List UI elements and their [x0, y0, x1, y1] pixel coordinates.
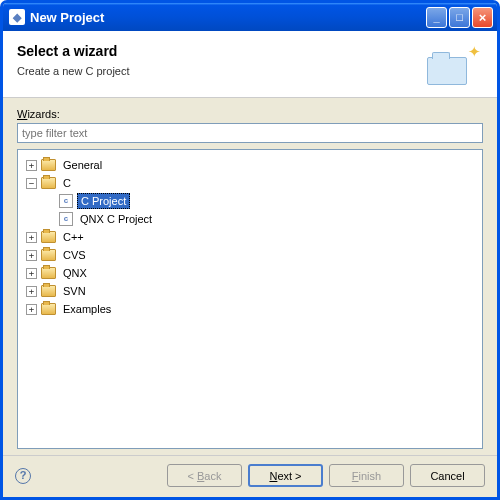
folder-icon: [41, 285, 56, 297]
folder-icon: [41, 177, 56, 189]
help-icon[interactable]: ?: [15, 468, 31, 484]
tree-node-cvs[interactable]: +CVS: [22, 246, 478, 264]
wizards-label: Wizards:: [17, 108, 483, 120]
expand-icon[interactable]: +: [26, 286, 37, 297]
next-button[interactable]: Next >: [248, 464, 323, 487]
wizard-tree[interactable]: +General −C ·cC Project ·cQNX C Project …: [17, 149, 483, 449]
wizard-banner-icon: ✦: [421, 43, 483, 89]
tree-node-qnx[interactable]: +QNX: [22, 264, 478, 282]
folder-icon: [41, 159, 56, 171]
wizard-item-icon: c: [59, 212, 73, 226]
folder-icon: [41, 249, 56, 261]
dialog-window: ◆ New Project _ □ × Select a wizard Crea…: [0, 0, 500, 500]
folder-icon: [41, 303, 56, 315]
button-bar: ? < Back Next > Finish Cancel: [3, 455, 497, 497]
maximize-button[interactable]: □: [449, 7, 470, 28]
minimize-button[interactable]: _: [426, 7, 447, 28]
tree-node-svn[interactable]: +SVN: [22, 282, 478, 300]
wizard-header: Select a wizard Create a new C project ✦: [3, 31, 497, 98]
tree-node-c[interactable]: −C: [22, 174, 478, 192]
folder-icon: [41, 231, 56, 243]
expand-icon[interactable]: +: [26, 232, 37, 243]
header-subtitle: Create a new C project: [17, 65, 421, 77]
filter-input[interactable]: [17, 123, 483, 143]
expand-icon[interactable]: +: [26, 250, 37, 261]
tree-node-general[interactable]: +General: [22, 156, 478, 174]
header-title: Select a wizard: [17, 43, 421, 59]
tree-node-examples[interactable]: +Examples: [22, 300, 478, 318]
titlebar[interactable]: ◆ New Project _ □ ×: [3, 3, 497, 31]
close-button[interactable]: ×: [472, 7, 493, 28]
expand-icon[interactable]: +: [26, 160, 37, 171]
wizard-item-icon: c: [59, 194, 73, 208]
collapse-icon[interactable]: −: [26, 178, 37, 189]
expand-icon[interactable]: +: [26, 304, 37, 315]
wizard-body: Wizards: +General −C ·cC Project ·cQNX C…: [3, 98, 497, 455]
window-title: New Project: [30, 10, 426, 25]
cancel-button[interactable]: Cancel: [410, 464, 485, 487]
app-icon: ◆: [9, 9, 25, 25]
tree-node-c-project[interactable]: ·cC Project: [22, 192, 478, 210]
folder-icon: [41, 267, 56, 279]
finish-button: Finish: [329, 464, 404, 487]
tree-node-qnx-c-project[interactable]: ·cQNX C Project: [22, 210, 478, 228]
expand-icon[interactable]: +: [26, 268, 37, 279]
window-controls: _ □ ×: [426, 7, 493, 28]
tree-node-cpp[interactable]: +C++: [22, 228, 478, 246]
back-button: < Back: [167, 464, 242, 487]
